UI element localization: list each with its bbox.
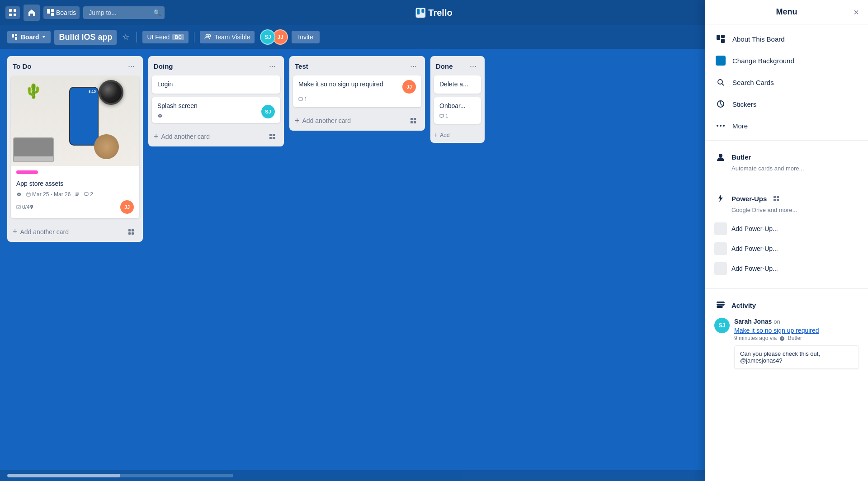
activity-butler-ref: Butler: [788, 335, 802, 341]
powerups-icon: [714, 192, 727, 205]
svg-rect-5: [51, 9, 54, 12]
card-label-pink: [16, 170, 38, 174]
home-button[interactable]: [24, 5, 40, 21]
list-done-menu[interactable]: ···: [467, 61, 479, 72]
card-assignee-initials: JJ: [124, 204, 130, 210]
add-powerup-3[interactable]: Add Power-Up...: [714, 259, 859, 278]
svg-rect-24: [75, 194, 79, 194]
svg-rect-2: [9, 14, 12, 16]
card-signup-assignee[interactable]: JJ: [402, 80, 416, 94]
card-delete-title: Delete a...: [439, 80, 476, 89]
card-meta: Mar 25 - Mar 26 2: [16, 191, 134, 198]
svg-rect-29: [132, 229, 134, 231]
list-todo: To Do ··· 🌵: [7, 56, 143, 242]
board-menu-button[interactable]: Board: [7, 31, 51, 43]
card-signup[interactable]: Make it so no sign up required JJ 1: [293, 75, 421, 107]
card-onboard-title: Onboar...: [439, 102, 476, 111]
card-date: Mar 25 - Mar 26: [26, 191, 71, 198]
divider2: [194, 32, 194, 42]
menu-item-background[interactable]: Change Background: [705, 50, 868, 71]
search-cards-icon: [714, 76, 727, 89]
add-card-test[interactable]: + Add another card: [289, 111, 425, 131]
svg-point-49: [719, 154, 722, 157]
add-card-doing[interactable]: + Add another card: [148, 127, 284, 146]
svg-rect-35: [269, 137, 272, 139]
card-splash-assignee[interactable]: SJ: [261, 105, 275, 118]
add-card-doing-template-icon[interactable]: [266, 130, 278, 143]
list-test: Test ··· Make it so no sign up required …: [289, 56, 425, 131]
add-card-test-template-icon[interactable]: [407, 114, 420, 127]
card-app-store[interactable]: 🌵 8:15: [11, 75, 139, 218]
trello-logo: Trello: [415, 8, 452, 18]
list-done: Done ··· Delete a... Onboar... 1 + Add: [430, 56, 485, 143]
app-grid-button[interactable]: [5, 6, 20, 19]
card-assignee-avatar[interactable]: JJ: [120, 200, 134, 214]
invite-button[interactable]: Invite: [292, 31, 319, 43]
menu-close-button[interactable]: ×: [850, 5, 863, 19]
card-app-store-title: App store assets: [16, 179, 134, 189]
add-card-done[interactable]: + Add: [430, 127, 485, 143]
board-title-text: Build iOS app: [59, 33, 112, 42]
ui-feed-label: UI Feed: [147, 33, 170, 41]
butler-section-title: Butler: [731, 153, 751, 161]
menu-background-label: Change Background: [732, 57, 794, 65]
add-card-doing-label: Add another card: [161, 133, 210, 140]
search-input[interactable]: [83, 6, 165, 19]
ui-feed-button[interactable]: UI Feed BC: [142, 31, 189, 43]
activity-name: Sarah Jonas: [734, 318, 772, 325]
svg-rect-51: [777, 196, 779, 198]
star-button[interactable]: ☆: [120, 30, 131, 44]
menu-divider-3: [705, 288, 868, 289]
svg-rect-38: [414, 118, 416, 120]
card-delete[interactable]: Delete a...: [434, 75, 481, 94]
add-card-template-icon[interactable]: [125, 226, 137, 238]
activity-avatar[interactable]: SJ: [714, 318, 730, 333]
svg-rect-25: [75, 195, 78, 196]
svg-rect-30: [128, 232, 131, 235]
team-visible-label: Team Visible: [214, 33, 250, 41]
boards-button[interactable]: Boards: [43, 6, 80, 19]
svg-rect-55: [717, 304, 724, 305]
activity-item-1: SJ Sarah Jonas on Make it so no sign up …: [714, 318, 859, 369]
team-visible-button[interactable]: Team Visible: [200, 31, 255, 43]
butler-section: Butler Automate cards and more...: [705, 144, 868, 178]
svg-rect-26: [17, 205, 20, 209]
activity-meta: 9 minutes ago via Butler: [734, 335, 859, 342]
card-onboard[interactable]: Onboar... 1: [434, 97, 481, 124]
menu-item-search[interactable]: Search Cards: [705, 71, 868, 93]
avatar-sarah[interactable]: SJ: [260, 29, 275, 45]
svg-rect-8: [417, 9, 420, 14]
svg-point-46: [717, 125, 718, 127]
card-onboard-comments-count: 1: [445, 113, 448, 119]
card-splash[interactable]: Splash screen SJ: [152, 97, 280, 123]
svg-point-27: [31, 206, 32, 207]
menu-more-label: More: [732, 122, 748, 130]
list-doing: Doing ··· Login Splash screen S: [148, 56, 284, 146]
menu-item-stickers[interactable]: Stickers: [705, 93, 868, 115]
add-card-test-label: Add another card: [302, 117, 351, 124]
menu-panel: Menu × About This Board Change Backgroun…: [705, 0, 868, 481]
activity-icon: [714, 299, 727, 311]
add-powerup-2[interactable]: Add Power-Up...: [714, 239, 859, 259]
menu-item-more[interactable]: More: [705, 115, 868, 137]
powerups-desc: Google Drive and more...: [731, 207, 859, 213]
list-test-menu[interactable]: ···: [407, 61, 420, 72]
activity-title: Activity: [731, 302, 756, 309]
card-splash-initials: SJ: [265, 109, 271, 114]
activity-card-link[interactable]: Make it so no sign up required: [734, 327, 819, 334]
card-login[interactable]: Login: [152, 75, 280, 94]
scrollbar-track[interactable]: [7, 474, 233, 477]
svg-rect-31: [132, 232, 134, 235]
add-powerup-1[interactable]: Add Power-Up...: [714, 219, 859, 239]
activity-content: Sarah Jonas on Make it so no sign up req…: [734, 318, 859, 369]
svg-rect-23: [75, 193, 79, 193]
svg-rect-3: [14, 14, 16, 16]
svg-point-17: [208, 35, 211, 37]
menu-item-about[interactable]: About This Board: [705, 28, 868, 50]
board-title[interactable]: Build iOS app: [54, 30, 117, 45]
list-todo-menu[interactable]: ···: [125, 61, 137, 72]
svg-rect-21: [28, 192, 28, 193]
add-card-todo[interactable]: + Add another card: [7, 222, 143, 242]
activity-time: 9 minutes ago via: [734, 335, 777, 341]
list-doing-menu[interactable]: ···: [266, 61, 278, 72]
